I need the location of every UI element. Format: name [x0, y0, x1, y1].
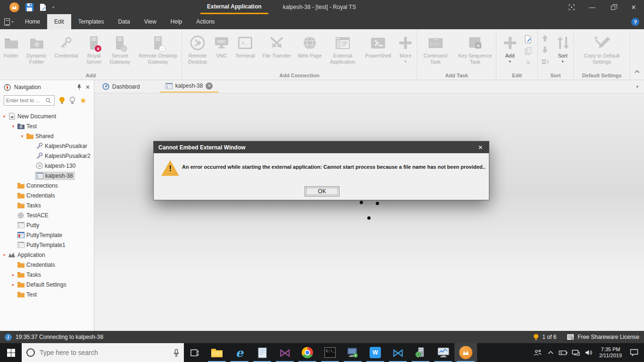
dashboard-icon — [102, 83, 109, 90]
file-explorer-icon[interactable] — [206, 343, 228, 362]
connection-content-area: Connecting... — [94, 93, 644, 331]
minimize-button[interactable]: — — [582, 0, 603, 14]
chrome-icon[interactable] — [296, 343, 319, 362]
word-app-icon[interactable]: W — [364, 343, 387, 362]
visual-studio-icon[interactable]: ⋈ — [273, 343, 296, 362]
taskbar-search[interactable] — [22, 343, 184, 362]
people-icon[interactable] — [531, 343, 544, 362]
favorites-star-icon[interactable]: ★ — [80, 96, 87, 105]
sidebar-item-application[interactable]: ▾Application — [0, 250, 94, 260]
navigation-search[interactable] — [4, 95, 55, 106]
tab-kalpesh-38[interactable]: kalpesh-38 ✕ — [160, 80, 219, 93]
sidebar-item-app-test[interactable]: Test — [0, 289, 94, 299]
visual-studio-blue-icon[interactable]: ⋈ — [387, 343, 409, 362]
tab-list-dropdown-icon[interactable]: ▾ — [636, 84, 638, 89]
tab-actions[interactable]: Actions — [189, 14, 222, 29]
search-icon — [46, 98, 51, 103]
tab-templates[interactable]: Templates — [71, 14, 111, 29]
remote-desktop-app-icon[interactable] — [341, 343, 364, 362]
chevron-expanded-icon[interactable]: ▾ — [1, 114, 8, 119]
search-input[interactable] — [6, 98, 46, 103]
tab-edit[interactable]: Edit — [47, 14, 71, 29]
microphone-icon[interactable] — [173, 349, 179, 357]
sidebar-item-new-document[interactable]: ▾New Document — [0, 111, 94, 121]
sidebar-item-kalpesh-130[interactable]: kalpesh-130 — [0, 161, 94, 171]
network-icon[interactable] — [570, 343, 582, 362]
dialog-title-bar[interactable]: Cannot Embed External Window ✕ — [154, 141, 489, 153]
action-center-icon[interactable] — [626, 343, 642, 362]
duplicate-icon[interactable] — [524, 47, 533, 55]
bulb-off-icon[interactable] — [69, 97, 75, 105]
command-prompt-icon[interactable]: C:\_ — [319, 343, 341, 362]
file-transfer-icon — [269, 33, 284, 53]
chevron-collapsed-icon[interactable]: ▸ — [10, 272, 17, 277]
system-monitor-icon[interactable] — [432, 343, 454, 362]
delete-icon[interactable]: ✕ — [524, 58, 533, 67]
move-up-icon[interactable] — [540, 34, 550, 42]
collapse-ribbon-icon[interactable] — [634, 68, 640, 75]
taskbar-clock[interactable]: 7:35 PM2/11/2019 — [595, 346, 626, 359]
move-down-icon[interactable] — [540, 46, 550, 54]
volume-icon[interactable] — [582, 343, 595, 362]
close-panel-icon[interactable]: ✕ — [85, 84, 90, 90]
sidebar-item-shared[interactable]: ▾Shared — [0, 131, 94, 141]
sidebar-item-kalpeshpusalkar[interactable]: KalpeshPusalkar — [0, 141, 94, 151]
chevron-collapsed-icon[interactable]: ▸ — [10, 282, 17, 287]
close-dialog-icon[interactable]: ✕ — [472, 141, 489, 153]
close-tab-icon[interactable]: ✕ — [206, 82, 213, 90]
sidebar-item-kalpeshpusalkar2[interactable]: KalpeshPusalkar2 — [0, 151, 94, 161]
sidebar-item-connections[interactable]: Connections — [0, 181, 94, 190]
sidebar-item-app-tasks[interactable]: ▸Tasks — [0, 270, 94, 280]
bulb-on-icon[interactable] — [59, 97, 65, 105]
royal-ts-app-icon[interactable] — [454, 343, 477, 362]
compass-icon — [4, 84, 11, 91]
title-bar: ▾ External Application kalpesh-38 - [tes… — [0, 0, 644, 14]
bulb-icon[interactable] — [533, 334, 539, 341]
battery-icon[interactable] — [557, 343, 570, 362]
folder-icon — [17, 291, 25, 297]
tab-home[interactable]: Home — [18, 14, 47, 29]
new-document-icon[interactable] — [40, 3, 46, 11]
help-icon[interactable]: ? — [631, 18, 639, 26]
start-button[interactable] — [0, 343, 22, 362]
application-menu-icon[interactable]: ▾ — [0, 14, 18, 29]
add-document-icon[interactable] — [524, 35, 533, 43]
taskbar-search-input[interactable] — [40, 349, 169, 356]
ok-button[interactable]: OK — [305, 186, 339, 197]
focus-mode-icon[interactable] — [561, 0, 582, 14]
sidebar-item-default-settings[interactable]: ▸Default Settings — [0, 280, 94, 289]
tab-data[interactable]: Data — [111, 14, 137, 29]
sidebar-item-puttytemplate[interactable]: PuttyTemplate — [0, 230, 94, 240]
sidebar-item-app-credentials[interactable]: Credentials — [0, 260, 94, 270]
sidebar-item-testace[interactable]: TestACE — [0, 210, 94, 220]
save-icon[interactable] — [25, 3, 33, 11]
sort-folders-icon[interactable] — [540, 58, 550, 66]
sidebar-item-tasks[interactable]: Tasks — [0, 200, 94, 210]
chevron-down-icon[interactable]: ▾ — [52, 5, 54, 9]
close-button[interactable]: ✕ — [623, 0, 644, 14]
chevron-expanded-icon[interactable]: ▾ — [10, 124, 17, 129]
terminal-icon: >_ — [238, 33, 252, 53]
sidebar-item-credentials[interactable]: Credentials — [0, 190, 94, 200]
sidebar-item-putty[interactable]: Putty — [0, 220, 94, 230]
royal-badge-icon: ♛ — [95, 45, 101, 52]
task-view-icon[interactable] — [184, 343, 206, 362]
chevron-expanded-icon[interactable]: ▾ — [19, 134, 25, 139]
sidebar-item-test[interactable]: ▾⚙Test — [0, 121, 94, 131]
pin-icon[interactable] — [76, 84, 82, 90]
taskbar-apps: e ⋈ C:\_ W ⋈ — [206, 343, 477, 362]
tab-dashboard[interactable]: Dashboard — [97, 80, 146, 93]
tab-view[interactable]: View — [137, 14, 164, 29]
restore-button[interactable] — [603, 0, 623, 14]
svg-text:VNC: VNC — [217, 39, 226, 44]
notepad-icon[interactable] — [251, 343, 273, 362]
sidebar-item-kalpesh-38[interactable]: kalpesh-38 — [0, 171, 94, 181]
internet-explorer-icon[interactable]: e — [228, 343, 251, 362]
sidebar-item-puttytemplate1[interactable]: PuttyTemplate1 — [0, 240, 94, 250]
context-tab-external-application[interactable]: External Application — [200, 0, 268, 14]
server-manager-icon[interactable] — [409, 343, 432, 362]
folder-icon — [25, 133, 34, 139]
chevron-expanded-icon[interactable]: ▾ — [1, 253, 8, 257]
tab-help[interactable]: Help — [164, 14, 190, 29]
show-hidden-icons-chevron[interactable] — [544, 343, 557, 362]
